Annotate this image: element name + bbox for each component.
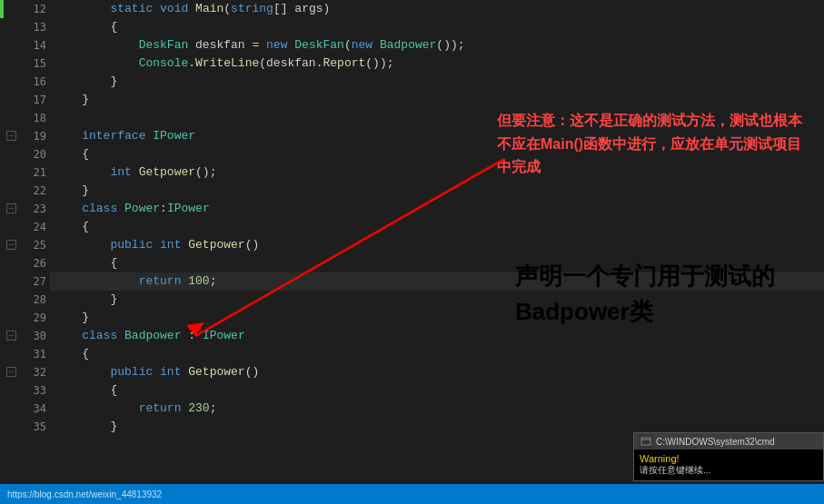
terminal-icon <box>640 435 652 448</box>
code-row: 20 { <box>0 145 824 163</box>
code-row: 17 } <box>0 91 824 109</box>
code-editor: 12 static void Main(string[] args)13 {14… <box>0 0 824 504</box>
code-row: 26 { <box>0 254 824 272</box>
code-row: −19 interface IPower <box>0 127 824 145</box>
code-row: −23 class Power:IPower <box>0 200 824 218</box>
svg-rect-2 <box>641 438 650 445</box>
terminal-warning: Warning! <box>640 453 818 464</box>
code-row: 22 } <box>0 182 824 200</box>
terminal-warning-text: 请按任意键继续... <box>640 464 818 477</box>
code-row: 21 int Getpower(); <box>0 163 824 182</box>
code-row: 29 } <box>0 309 824 327</box>
code-row: −30 class Badpower : IPower <box>0 327 824 345</box>
terminal-body: Warning! 请按任意键继续... <box>634 450 823 480</box>
terminal-titlebar: C:\WINDOWS\system32\cmd <box>634 433 823 450</box>
code-row: 18 <box>0 109 824 127</box>
terminal-window: C:\WINDOWS\system32\cmd Warning! 请按任意键继续… <box>633 432 824 481</box>
code-row: 13 { <box>0 18 824 36</box>
code-row: 16 } <box>0 73 824 91</box>
code-row: 33 { <box>0 381 824 400</box>
code-row: 12 static void Main(string[] args) <box>0 0 824 18</box>
code-row: 28 } <box>0 291 824 309</box>
code-row: 14 DeskFan deskfan = new DeskFan(new Bad… <box>0 36 824 54</box>
code-row: −32 public int Getpower() <box>0 363 824 381</box>
status-bar: https://blog.csdn.net/weixin_44813932 <box>0 484 824 504</box>
code-row: 27 return 100; <box>0 272 824 291</box>
terminal-title-text: C:\WINDOWS\system32\cmd <box>656 437 775 447</box>
code-row: −25 public int Getpower() <box>0 236 824 254</box>
code-row: 15 Console.WriteLine(deskfan.Report()); <box>0 54 824 73</box>
status-url: https://blog.csdn.net/weixin_44813932 <box>7 489 162 499</box>
code-row: 24 { <box>0 218 824 236</box>
code-row: 34 return 230; <box>0 400 824 418</box>
code-row: 31 { <box>0 345 824 363</box>
